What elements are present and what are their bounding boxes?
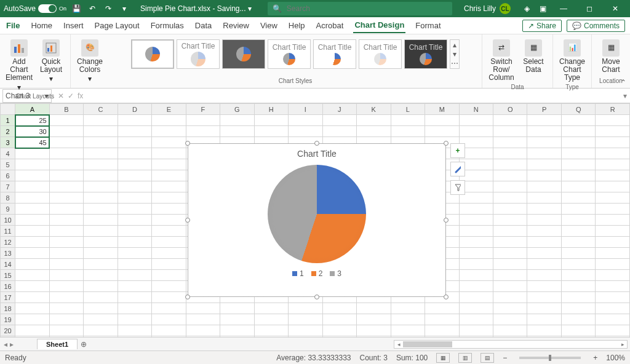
minimize-button[interactable]: — <box>552 0 575 17</box>
cell-R4[interactable] <box>596 148 630 159</box>
cell-H18[interactable] <box>254 303 288 314</box>
chart-filters-button[interactable] <box>450 180 465 195</box>
cell-A3[interactable]: 45 <box>15 137 49 148</box>
cell-C2[interactable] <box>84 126 118 137</box>
cell-F20[interactable] <box>186 325 220 336</box>
cell-O5[interactable] <box>493 159 527 170</box>
cell-P17[interactable] <box>527 292 561 303</box>
cell-N1[interactable] <box>459 115 493 126</box>
change-chart-type-button[interactable]: 📊Change Chart Type <box>558 38 586 84</box>
cell-O19[interactable] <box>493 314 527 325</box>
cell-O4[interactable] <box>493 148 527 159</box>
cell-O12[interactable] <box>493 237 527 248</box>
cell-E17[interactable] <box>152 292 186 303</box>
cell-O18[interactable] <box>493 303 527 314</box>
resize-handle-n[interactable] <box>314 141 319 146</box>
cell-D7[interactable] <box>118 181 151 192</box>
col-header-J[interactable]: J <box>322 104 356 115</box>
cell-N16[interactable] <box>459 281 493 292</box>
cell-E8[interactable] <box>152 192 186 204</box>
cell-A16[interactable] <box>15 281 49 292</box>
tab-home[interactable]: Home <box>30 18 54 33</box>
chart-style-1[interactable] <box>131 39 174 69</box>
resize-handle-sw[interactable] <box>185 295 190 299</box>
cell-E13[interactable] <box>152 248 186 259</box>
cell-B1[interactable] <box>49 115 83 126</box>
cell-F18[interactable] <box>186 303 220 314</box>
cell-I18[interactable] <box>289 303 322 314</box>
cell-F21[interactable] <box>186 336 220 338</box>
cell-J20[interactable] <box>322 325 356 336</box>
cell-R9[interactable] <box>596 204 630 215</box>
cell-B17[interactable] <box>49 292 83 303</box>
zoom-level[interactable]: 100% <box>606 354 625 362</box>
horizontal-scrollbar[interactable]: ◂ ▸ <box>394 340 628 349</box>
cell-P3[interactable] <box>527 137 561 148</box>
tab-data[interactable]: Data <box>194 18 213 33</box>
cell-P10[interactable] <box>527 215 561 226</box>
cell-D8[interactable] <box>118 192 151 204</box>
cell-C13[interactable] <box>84 248 118 259</box>
cell-C10[interactable] <box>84 215 118 226</box>
row-header-21[interactable]: 21 <box>1 336 15 338</box>
maximize-button[interactable]: ◻ <box>578 0 600 17</box>
cell-B6[interactable] <box>49 170 83 181</box>
save-icon[interactable]: 💾 <box>70 2 82 15</box>
style-gallery-more[interactable]: ▴▾⋯ <box>450 39 460 69</box>
cell-Q1[interactable] <box>561 115 595 126</box>
cell-I20[interactable] <box>289 325 322 336</box>
cell-N21[interactable] <box>459 336 493 338</box>
cell-K20[interactable] <box>357 325 391 336</box>
cell-E7[interactable] <box>152 181 186 192</box>
cell-Q11[interactable] <box>561 226 595 237</box>
cell-B10[interactable] <box>49 215 83 226</box>
cell-K18[interactable] <box>357 303 391 314</box>
cell-M18[interactable] <box>425 303 459 314</box>
cell-P20[interactable] <box>527 325 561 336</box>
cell-A6[interactable] <box>15 170 49 181</box>
zoom-out-button[interactable]: − <box>503 354 507 362</box>
row-header-10[interactable]: 10 <box>1 215 15 226</box>
chart-style-2[interactable]: Chart Title <box>177 39 220 69</box>
cell-C14[interactable] <box>84 259 118 270</box>
cell-C18[interactable] <box>84 303 118 314</box>
cell-L18[interactable] <box>391 303 425 314</box>
cell-Q21[interactable] <box>561 336 595 338</box>
cell-M19[interactable] <box>425 314 459 325</box>
cell-C12[interactable] <box>84 237 118 248</box>
cell-F1[interactable] <box>186 115 220 126</box>
cell-Q7[interactable] <box>561 181 595 192</box>
cell-P14[interactable] <box>527 259 561 270</box>
row-header-5[interactable]: 5 <box>1 159 15 170</box>
cell-N15[interactable] <box>459 270 493 281</box>
add-chart-element-button[interactable]: Add Chart Element▾ <box>5 38 33 93</box>
cell-G20[interactable] <box>220 325 254 336</box>
diamond-icon[interactable]: ◈ <box>520 2 533 15</box>
cell-R11[interactable] <box>596 226 630 237</box>
row-header-14[interactable]: 14 <box>1 259 15 270</box>
cell-G18[interactable] <box>220 303 254 314</box>
cell-B16[interactable] <box>49 281 83 292</box>
toggle-switch[interactable] <box>38 4 57 13</box>
cell-Q9[interactable] <box>561 204 595 215</box>
cell-N9[interactable] <box>459 204 493 215</box>
cell-B18[interactable] <box>49 303 83 314</box>
cell-R2[interactable] <box>596 126 630 137</box>
resize-handle-e[interactable] <box>444 218 449 223</box>
col-header-P[interactable]: P <box>527 104 561 115</box>
cell-I2[interactable] <box>289 126 322 137</box>
cell-B5[interactable] <box>49 159 83 170</box>
row-header-8[interactable]: 8 <box>1 192 15 204</box>
cell-D19[interactable] <box>118 314 151 325</box>
comments-button[interactable]: 💬Comments <box>567 20 625 32</box>
cell-E4[interactable] <box>152 148 186 159</box>
row-header-9[interactable]: 9 <box>1 204 15 215</box>
col-header-G[interactable]: G <box>220 104 254 115</box>
cell-M1[interactable] <box>425 115 459 126</box>
user-account[interactable]: Chris Lilly CL <box>464 3 511 14</box>
cell-O17[interactable] <box>493 292 527 303</box>
cell-R14[interactable] <box>596 259 630 270</box>
cell-Q14[interactable] <box>561 259 595 270</box>
cell-B14[interactable] <box>49 259 83 270</box>
tab-insert[interactable]: Insert <box>62 18 85 33</box>
